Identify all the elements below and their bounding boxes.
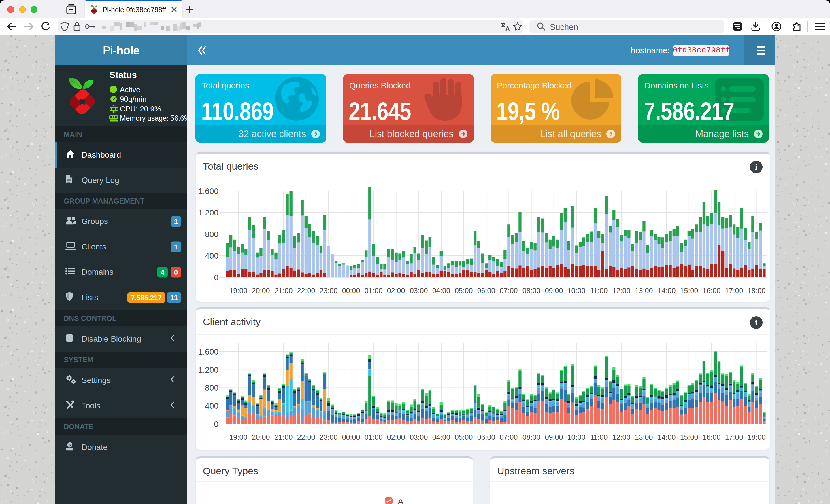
svg-text:11:00: 11:00 — [590, 433, 608, 441]
svg-text:22:00: 22:00 — [297, 433, 315, 441]
svg-text:A: A — [506, 25, 510, 31]
svg-text:1.600: 1.600 — [198, 347, 219, 356]
svg-text:18:00: 18:00 — [747, 433, 766, 441]
svg-text:12:00: 12:00 — [612, 433, 631, 441]
svg-text:23:00: 23:00 — [320, 287, 338, 295]
svg-text:15:00: 15:00 — [680, 287, 698, 295]
svg-text:400: 400 — [205, 251, 219, 260]
svg-text:21:00: 21:00 — [275, 287, 293, 295]
svg-text:0: 0 — [214, 419, 219, 429]
svg-text:20:00: 20:00 — [252, 287, 270, 295]
svg-text:800: 800 — [205, 383, 219, 392]
svg-text:19:00: 19:00 — [229, 433, 248, 441]
svg-text:08:00: 08:00 — [522, 287, 541, 295]
svg-text:01:00: 01:00 — [364, 433, 383, 441]
svg-text:$: $ — [69, 443, 71, 447]
svg-text:05:00: 05:00 — [455, 287, 473, 295]
svg-text:16:00: 16:00 — [703, 287, 721, 295]
svg-text:08:00: 08:00 — [522, 433, 541, 441]
svg-text:05:00: 05:00 — [455, 433, 473, 441]
svg-text:06:00: 06:00 — [477, 433, 496, 441]
svg-text:14:00: 14:00 — [658, 287, 676, 295]
svg-text:21:00: 21:00 — [275, 433, 293, 441]
svg-text:02:00: 02:00 — [387, 433, 405, 441]
svg-text:11:00: 11:00 — [590, 287, 608, 295]
svg-text:14:00: 14:00 — [658, 433, 676, 441]
svg-text:03:00: 03:00 — [410, 287, 428, 295]
svg-text:800: 800 — [205, 230, 219, 239]
svg-text:10:00: 10:00 — [568, 433, 585, 441]
svg-text:00:00: 00:00 — [342, 433, 360, 441]
svg-text:04:00: 04:00 — [432, 433, 450, 441]
svg-text:19:00: 19:00 — [229, 287, 248, 295]
svg-text:13:00: 13:00 — [635, 433, 653, 441]
svg-text:17:00: 17:00 — [725, 433, 743, 441]
svg-text:02:00: 02:00 — [387, 287, 405, 295]
svg-text:13:00: 13:00 — [635, 287, 653, 295]
svg-text:20:00: 20:00 — [252, 433, 270, 441]
svg-text:10:00: 10:00 — [568, 287, 585, 295]
svg-text:1.600: 1.600 — [198, 187, 219, 196]
svg-text:22:00: 22:00 — [297, 287, 315, 295]
svg-text:04:00: 04:00 — [432, 287, 450, 295]
svg-text:400: 400 — [205, 401, 219, 410]
svg-text:09:00: 09:00 — [545, 287, 563, 295]
svg-text:03:00: 03:00 — [410, 433, 428, 441]
svg-text:1.200: 1.200 — [198, 366, 219, 374]
svg-text:06:00: 06:00 — [477, 287, 496, 295]
svg-text:00:00: 00:00 — [342, 287, 360, 295]
svg-text:1.200: 1.200 — [198, 208, 219, 217]
svg-text:01:00: 01:00 — [364, 287, 383, 295]
svg-text:17:00: 17:00 — [725, 287, 743, 295]
svg-text:18:00: 18:00 — [747, 287, 766, 295]
svg-text:16:00: 16:00 — [703, 433, 721, 441]
svg-text:12:00: 12:00 — [612, 287, 631, 295]
svg-text:0: 0 — [214, 273, 219, 282]
svg-text:07:00: 07:00 — [500, 433, 518, 441]
svg-text:23:00: 23:00 — [320, 433, 338, 441]
svg-text:15:00: 15:00 — [680, 433, 698, 441]
svg-text:07:00: 07:00 — [500, 287, 518, 295]
svg-text:09:00: 09:00 — [545, 433, 563, 441]
